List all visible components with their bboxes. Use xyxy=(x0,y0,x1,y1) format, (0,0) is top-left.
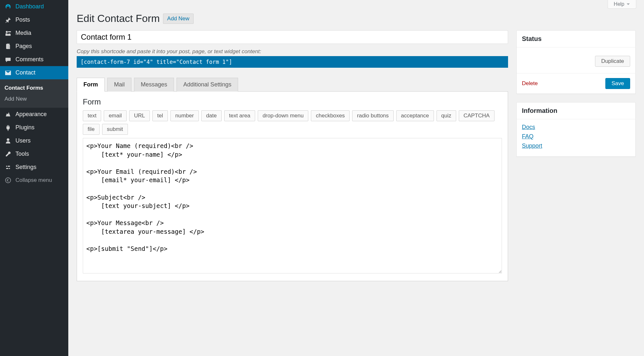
sidebar-subitem-add-new[interactable]: Add New xyxy=(0,94,68,104)
sidebar-submenu: Contact Forms Add New xyxy=(0,79,68,108)
svg-point-0 xyxy=(6,31,8,33)
tag-btn-submit[interactable]: submit xyxy=(102,124,128,135)
help-label: Help xyxy=(614,1,624,7)
form-content-textarea[interactable] xyxy=(83,138,502,273)
sidebar-item-comments[interactable]: Comments xyxy=(0,53,68,66)
tag-btn-tel[interactable]: tel xyxy=(152,110,168,121)
sidebar-item-settings[interactable]: Settings xyxy=(0,161,68,174)
tab-additional-settings[interactable]: Additional Settings xyxy=(177,78,238,92)
svg-rect-1 xyxy=(8,31,11,32)
sidebar-item-label: Media xyxy=(15,30,31,36)
main-content: Help Edit Contact Form Add New Copy this… xyxy=(68,0,644,356)
svg-rect-2 xyxy=(5,34,7,35)
tag-btn-captcha[interactable]: CAPTCHA xyxy=(459,110,495,121)
sidebar-item-users[interactable]: Users xyxy=(0,134,68,147)
shortcode-hint: Copy this shortcode and paste it into yo… xyxy=(77,48,508,55)
tab-mail[interactable]: Mail xyxy=(107,78,131,92)
sidebar-item-label: Settings xyxy=(15,164,36,171)
sidebar-collapse[interactable]: Collapse menu xyxy=(0,174,68,187)
settings-icon xyxy=(4,164,12,171)
form-panel-title: Form xyxy=(83,97,502,106)
information-box-title: Information xyxy=(517,103,635,119)
tools-icon xyxy=(4,151,12,157)
sidebar-item-posts[interactable]: Posts xyxy=(0,13,68,26)
pages-icon xyxy=(4,43,12,50)
sidebar-item-label: Contact xyxy=(15,69,35,76)
tag-generator-buttons: text email URL tel number date text area… xyxy=(83,110,502,135)
sidebar-item-contact[interactable]: Contact xyxy=(0,66,68,79)
sidebar-item-label: Tools xyxy=(15,151,29,157)
editor-tabs: Form Mail Messages Additional Settings xyxy=(77,77,508,92)
dashboard-icon xyxy=(4,4,12,10)
sidebar-item-label: Appearance xyxy=(15,111,47,118)
tag-btn-file[interactable]: file xyxy=(83,124,100,135)
form-panel: Form text email URL tel number date text… xyxy=(77,92,508,281)
tag-btn-dropdown[interactable]: drop-down menu xyxy=(258,110,309,121)
page-title: Edit Contact Form xyxy=(77,13,160,25)
save-button[interactable]: Save xyxy=(605,78,630,89)
appearance-icon xyxy=(4,111,12,118)
tag-btn-text[interactable]: text xyxy=(83,110,101,121)
duplicate-button[interactable]: Duplicate xyxy=(595,56,630,67)
plugins-icon xyxy=(4,124,12,131)
chevron-down-icon xyxy=(626,2,630,6)
tag-btn-quiz[interactable]: quiz xyxy=(437,110,456,121)
tab-form[interactable]: Form xyxy=(77,78,105,92)
pin-icon xyxy=(4,17,12,23)
sidebar-item-label: Collapse menu xyxy=(15,177,52,183)
tag-btn-acceptance[interactable]: acceptance xyxy=(396,110,434,121)
tag-btn-url[interactable]: URL xyxy=(129,110,150,121)
collapse-icon xyxy=(4,177,12,183)
sidebar-item-dashboard[interactable]: Dashboard xyxy=(0,0,68,13)
sidebar-item-label: Posts xyxy=(15,16,30,23)
sidebar-item-label: Plugins xyxy=(15,124,34,131)
sidebar-item-plugins[interactable]: Plugins xyxy=(0,121,68,134)
media-icon xyxy=(4,30,12,36)
shortcode-box[interactable]: [contact-form-7 id="4" title="Contact fo… xyxy=(77,56,508,68)
help-tab[interactable]: Help xyxy=(608,0,636,9)
information-box: Information Docs FAQ Support xyxy=(516,102,636,157)
users-icon xyxy=(4,138,12,144)
sidebar-item-label: Pages xyxy=(15,43,32,50)
admin-sidebar: Dashboard Posts Media Pages Comments Con… xyxy=(0,0,68,356)
tag-btn-radio[interactable]: radio buttons xyxy=(352,110,393,121)
sidebar-item-label: Comments xyxy=(15,56,43,63)
sidebar-item-media[interactable]: Media xyxy=(0,26,68,40)
sidebar-subitem-contact-forms[interactable]: Contact Forms xyxy=(0,83,68,94)
info-link-faq[interactable]: FAQ xyxy=(522,133,630,140)
tag-btn-date[interactable]: date xyxy=(201,110,222,121)
status-box: Status Duplicate Delete Save xyxy=(516,30,636,94)
mail-icon xyxy=(4,70,12,76)
sidebar-item-label: Users xyxy=(15,137,31,144)
info-link-support[interactable]: Support xyxy=(522,143,630,149)
sidebar-item-label: Dashboard xyxy=(15,3,44,10)
tag-btn-number[interactable]: number xyxy=(170,110,199,121)
tag-btn-email[interactable]: email xyxy=(104,110,127,121)
tag-btn-textarea[interactable]: text area xyxy=(224,110,255,121)
sidebar-item-pages[interactable]: Pages xyxy=(0,40,68,53)
info-link-docs[interactable]: Docs xyxy=(522,124,630,131)
svg-point-3 xyxy=(8,34,10,35)
svg-point-7 xyxy=(5,178,11,183)
tab-messages[interactable]: Messages xyxy=(134,78,174,92)
sidebar-item-appearance[interactable]: Appearance xyxy=(0,108,68,121)
status-box-title: Status xyxy=(517,31,635,47)
delete-link[interactable]: Delete xyxy=(522,80,538,87)
svg-rect-5 xyxy=(7,44,10,48)
comments-icon xyxy=(4,56,12,63)
add-new-button[interactable]: Add New xyxy=(163,14,194,24)
sidebar-item-tools[interactable]: Tools xyxy=(0,147,68,161)
tag-btn-checkboxes[interactable]: checkboxes xyxy=(311,110,350,121)
form-title-input[interactable] xyxy=(77,30,508,44)
